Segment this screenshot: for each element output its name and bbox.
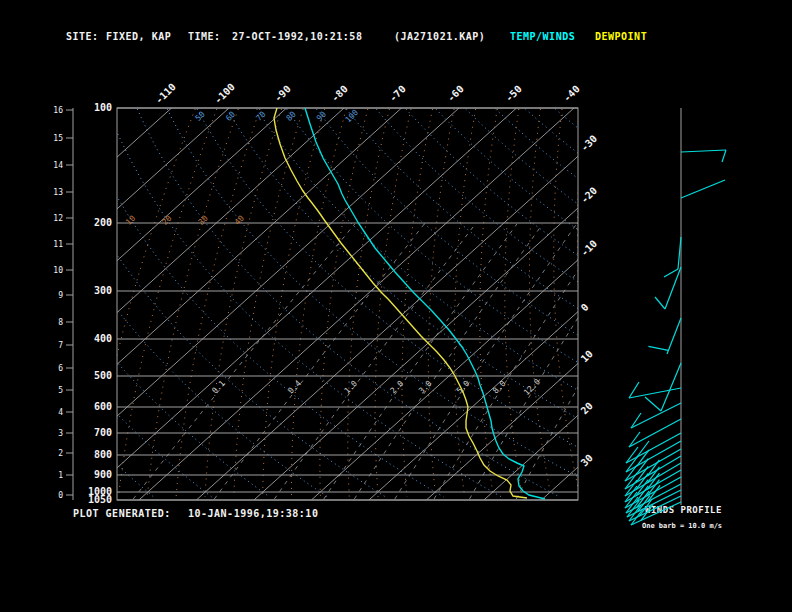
wind-barb-tick — [629, 432, 640, 447]
wind-barb-shaft — [626, 433, 681, 463]
mixing-ratio-label: 1.0 — [343, 379, 360, 396]
adiabat-label: 20 — [160, 214, 173, 227]
adiabat-label: 100 — [344, 108, 361, 125]
pressure-label: 100 — [94, 102, 112, 113]
height-km-label: 8 — [58, 318, 63, 327]
height-km-label: 6 — [58, 364, 63, 373]
wind-barb-tick — [626, 456, 638, 472]
wind-barb-tick — [626, 447, 638, 463]
pressure-label: 800 — [94, 449, 112, 460]
mixing-ratio-label: 3.0 — [417, 379, 434, 396]
wind-barb-tick — [629, 382, 639, 398]
isotherm-right-label: -20 — [579, 185, 600, 206]
skewt-screen: { "header": { "site_label": "SITE:", "si… — [0, 0, 792, 612]
wind-barb-tick — [637, 450, 649, 466]
adiabat-label: 30 — [197, 214, 210, 227]
wind-barb-shaft — [665, 267, 681, 309]
isotherm-top-label: -70 — [387, 83, 408, 104]
height-km-label: 10 — [53, 266, 63, 275]
adiabat-label: 80 — [285, 110, 298, 123]
dewpoint-curve — [274, 108, 527, 498]
wind-barb-tick — [636, 459, 648, 475]
height-km-label: 9 — [58, 291, 63, 300]
pressure-label: 900 — [94, 469, 112, 480]
wind-barb-shaft — [629, 388, 681, 398]
isotherm-right-label: 30 — [579, 452, 595, 468]
moist-adiabats — [90, 109, 610, 497]
isotherm-top-label: -50 — [503, 83, 524, 104]
isotherm-right-label: -10 — [579, 238, 600, 259]
pressure-label: 200 — [94, 217, 112, 228]
height-km-label: 12 — [53, 214, 63, 223]
wind-barb-shaft — [629, 419, 681, 447]
pressure-label: 400 — [94, 333, 112, 344]
wind-barb-tick — [645, 397, 661, 411]
pressure-label: 600 — [94, 401, 112, 412]
mixing-ratio-labels: 0.10.41.02.03.05.08.012.0 — [210, 377, 542, 397]
skewt-diagram: 1002003004005006007008009001000105016151… — [0, 0, 792, 612]
height-km-label: 13 — [53, 188, 63, 197]
pressure-label: 1050 — [88, 494, 112, 505]
height-km-label: 7 — [58, 341, 63, 350]
isotherm-right-label: 20 — [579, 400, 595, 416]
height-axis: 161514131211109876543210 — [53, 106, 73, 500]
adiabat-label: 90 — [315, 110, 328, 123]
height-km-label: 2 — [58, 449, 63, 458]
isotherm-right-label: 10 — [579, 348, 595, 364]
isotherm-top-label: -90 — [272, 83, 293, 104]
adiabat-label: 50 — [194, 110, 207, 123]
isotherm-right-label: -30 — [579, 133, 600, 154]
isotherms — [0, 108, 792, 500]
dry-adiabats — [58, 109, 639, 497]
wind-barb-tick — [648, 346, 668, 350]
adiabat-label: 10 — [124, 214, 137, 227]
wind-barb-tick — [655, 297, 665, 309]
isotherm-top-label: -100 — [212, 81, 237, 106]
height-km-label: 3 — [58, 429, 63, 438]
mixing-ratio-label: 8.0 — [491, 379, 508, 396]
wind-barb-shaft — [661, 363, 681, 411]
wind-barb-tick — [722, 150, 726, 162]
mixing-ratio-label: 2.0 — [389, 379, 406, 396]
mixing-ratio-lines — [133, 224, 677, 499]
height-km-label: 0 — [58, 491, 63, 500]
wind-barb-tick — [625, 473, 637, 489]
wind-barb-shaft — [681, 180, 725, 198]
pressure-label: 700 — [94, 427, 112, 438]
wind-barb-tick — [625, 465, 637, 481]
wind-barb-tick — [637, 441, 649, 457]
height-km-label: 1 — [58, 471, 63, 480]
pressure-label: 300 — [94, 285, 112, 296]
wind-profile — [625, 108, 726, 525]
isotherm-top-label: -80 — [329, 83, 350, 104]
mixing-ratio-label: 0.4 — [286, 379, 303, 396]
isotherm-top-label: -40 — [561, 83, 582, 104]
height-km-label: 5 — [58, 386, 63, 395]
wind-barb-tick — [664, 269, 678, 277]
isotherm-right-label: 0 — [579, 301, 591, 313]
pressure-label: 500 — [94, 370, 112, 381]
isotherm-top-label: -110 — [153, 81, 178, 106]
height-km-label: 11 — [53, 240, 63, 249]
wind-barb-shaft — [667, 318, 681, 354]
adiabat-label: 40 — [233, 214, 246, 227]
wind-barb-tick — [636, 466, 648, 482]
wind-barb-shaft — [681, 150, 726, 152]
height-km-label: 14 — [53, 161, 63, 170]
pressure-axis-labels: 10020030040050060070080090010001050 — [88, 102, 112, 505]
height-km-label: 4 — [58, 408, 63, 417]
height-km-label: 15 — [53, 134, 63, 143]
height-km-label: 16 — [53, 106, 63, 115]
isotherm-top-label: -60 — [445, 83, 466, 104]
sounding-curves — [274, 108, 545, 499]
isotherm-labels: -110-100-90-80-70-60-50-40-30-20-1001020… — [153, 81, 599, 468]
adiabat-label: 60 — [224, 110, 237, 123]
